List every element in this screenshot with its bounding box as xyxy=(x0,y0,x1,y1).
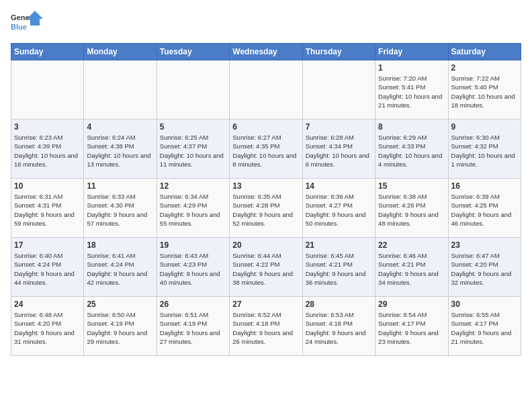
calendar-cell: 24Sunrise: 6:48 AM Sunset: 4:20 PM Dayli… xyxy=(11,297,84,356)
day-info: Sunrise: 7:20 AM Sunset: 5:41 PM Dayligh… xyxy=(378,74,445,109)
day-number: 11 xyxy=(87,181,153,191)
weekday-header-tuesday: Tuesday xyxy=(157,44,229,60)
calendar-cell: 5Sunrise: 6:25 AM Sunset: 4:37 PM Daylig… xyxy=(157,120,229,179)
day-info: Sunrise: 6:23 AM Sunset: 4:39 PM Dayligh… xyxy=(14,133,81,169)
day-number: 22 xyxy=(378,240,445,250)
day-number: 18 xyxy=(87,240,153,250)
day-info: Sunrise: 6:44 AM Sunset: 4:22 PM Dayligh… xyxy=(232,251,299,287)
day-number: 27 xyxy=(232,300,299,309)
calendar-week-2: 3Sunrise: 6:23 AM Sunset: 4:39 PM Daylig… xyxy=(11,120,521,179)
calendar-cell: 1Sunrise: 7:20 AM Sunset: 5:41 PM Daylig… xyxy=(375,60,448,120)
calendar-cell: 14Sunrise: 6:36 AM Sunset: 4:27 PM Dayli… xyxy=(302,179,375,238)
calendar-cell: 26Sunrise: 6:51 AM Sunset: 4:19 PM Dayli… xyxy=(157,297,229,356)
calendar-cell: 27Sunrise: 6:52 AM Sunset: 4:18 PM Dayli… xyxy=(230,297,302,356)
calendar-cell: 13Sunrise: 6:35 AM Sunset: 4:28 PM Dayli… xyxy=(230,179,302,238)
day-info: Sunrise: 6:40 AM Sunset: 4:24 PM Dayligh… xyxy=(14,251,81,287)
calendar-cell: 29Sunrise: 6:54 AM Sunset: 4:17 PM Dayli… xyxy=(375,297,448,356)
calendar-cell xyxy=(230,60,302,120)
calendar-cell: 16Sunrise: 6:39 AM Sunset: 4:25 PM Dayli… xyxy=(448,179,521,238)
calendar-cell: 25Sunrise: 6:50 AM Sunset: 4:19 PM Dayli… xyxy=(84,297,157,356)
calendar-cell: 18Sunrise: 6:41 AM Sunset: 4:24 PM Dayli… xyxy=(84,238,157,297)
day-info: Sunrise: 6:36 AM Sunset: 4:27 PM Dayligh… xyxy=(306,192,372,228)
day-info: Sunrise: 6:47 AM Sunset: 4:20 PM Dayligh… xyxy=(451,251,518,287)
day-info: Sunrise: 6:51 AM Sunset: 4:19 PM Dayligh… xyxy=(160,310,226,346)
weekday-header-thursday: Thursday xyxy=(302,44,375,60)
calendar-cell xyxy=(84,60,157,120)
calendar-cell xyxy=(302,60,375,120)
calendar-cell: 9Sunrise: 6:30 AM Sunset: 4:32 PM Daylig… xyxy=(448,120,521,179)
day-info: Sunrise: 6:46 AM Sunset: 4:21 PM Dayligh… xyxy=(378,251,445,287)
day-info: Sunrise: 6:43 AM Sunset: 4:23 PM Dayligh… xyxy=(160,251,226,287)
calendar-cell xyxy=(11,60,84,120)
day-info: Sunrise: 6:35 AM Sunset: 4:28 PM Dayligh… xyxy=(232,192,299,228)
day-number: 23 xyxy=(451,240,518,250)
calendar-cell xyxy=(157,60,229,120)
day-number: 1 xyxy=(378,63,445,73)
day-info: Sunrise: 6:33 AM Sunset: 4:30 PM Dayligh… xyxy=(87,192,153,228)
calendar-cell: 20Sunrise: 6:44 AM Sunset: 4:22 PM Dayli… xyxy=(230,238,302,297)
weekday-header-monday: Monday xyxy=(84,44,157,60)
day-number: 25 xyxy=(87,300,153,309)
day-number: 29 xyxy=(378,300,445,309)
day-number: 21 xyxy=(306,240,372,250)
day-info: Sunrise: 6:29 AM Sunset: 4:33 PM Dayligh… xyxy=(378,133,445,169)
calendar: SundayMondayTuesdayWednesdayThursdayFrid… xyxy=(11,43,521,356)
svg-text:Blue: Blue xyxy=(11,23,27,31)
calendar-cell: 3Sunrise: 6:23 AM Sunset: 4:39 PM Daylig… xyxy=(11,120,84,179)
day-info: Sunrise: 6:53 AM Sunset: 4:18 PM Dayligh… xyxy=(306,310,372,346)
calendar-cell: 22Sunrise: 6:46 AM Sunset: 4:21 PM Dayli… xyxy=(375,238,448,297)
calendar-cell: 10Sunrise: 6:31 AM Sunset: 4:31 PM Dayli… xyxy=(11,179,84,238)
day-info: Sunrise: 6:28 AM Sunset: 4:34 PM Dayligh… xyxy=(306,133,372,169)
calendar-cell: 6Sunrise: 6:27 AM Sunset: 4:35 PM Daylig… xyxy=(230,120,302,179)
day-number: 30 xyxy=(451,300,518,309)
calendar-cell: 7Sunrise: 6:28 AM Sunset: 4:34 PM Daylig… xyxy=(302,120,375,179)
day-info: Sunrise: 6:54 AM Sunset: 4:17 PM Dayligh… xyxy=(378,310,445,346)
day-number: 17 xyxy=(14,240,81,250)
calendar-cell: 17Sunrise: 6:40 AM Sunset: 4:24 PM Dayli… xyxy=(11,238,84,297)
day-number: 12 xyxy=(160,181,226,191)
day-number: 14 xyxy=(306,181,372,191)
day-number: 26 xyxy=(160,300,226,309)
day-number: 13 xyxy=(232,181,299,191)
calendar-cell: 15Sunrise: 6:38 AM Sunset: 4:26 PM Dayli… xyxy=(375,179,448,238)
day-info: Sunrise: 6:30 AM Sunset: 4:32 PM Dayligh… xyxy=(451,133,518,169)
day-info: Sunrise: 6:24 AM Sunset: 4:38 PM Dayligh… xyxy=(87,133,153,169)
calendar-week-4: 17Sunrise: 6:40 AM Sunset: 4:24 PM Dayli… xyxy=(11,238,521,297)
calendar-cell: 12Sunrise: 6:34 AM Sunset: 4:29 PM Dayli… xyxy=(157,179,229,238)
calendar-week-3: 10Sunrise: 6:31 AM Sunset: 4:31 PM Dayli… xyxy=(11,179,521,238)
weekday-header-friday: Friday xyxy=(375,44,448,60)
day-info: Sunrise: 7:22 AM Sunset: 5:40 PM Dayligh… xyxy=(451,74,518,109)
day-number: 4 xyxy=(87,122,153,132)
day-number: 28 xyxy=(306,300,372,309)
day-info: Sunrise: 6:34 AM Sunset: 4:29 PM Dayligh… xyxy=(160,192,226,228)
calendar-cell: 28Sunrise: 6:53 AM Sunset: 4:18 PM Dayli… xyxy=(302,297,375,356)
day-number: 5 xyxy=(160,122,226,132)
calendar-cell: 19Sunrise: 6:43 AM Sunset: 4:23 PM Dayli… xyxy=(157,238,229,297)
day-info: Sunrise: 6:55 AM Sunset: 4:17 PM Dayligh… xyxy=(451,310,518,346)
day-number: 9 xyxy=(451,122,518,132)
day-info: Sunrise: 6:45 AM Sunset: 4:21 PM Dayligh… xyxy=(306,251,372,287)
day-number: 7 xyxy=(306,122,372,132)
calendar-cell: 23Sunrise: 6:47 AM Sunset: 4:20 PM Dayli… xyxy=(448,238,521,297)
day-number: 6 xyxy=(232,122,299,132)
day-number: 2 xyxy=(451,63,518,73)
weekday-header-wednesday: Wednesday xyxy=(230,44,302,60)
day-info: Sunrise: 6:27 AM Sunset: 4:35 PM Dayligh… xyxy=(232,133,299,169)
calendar-cell: 4Sunrise: 6:24 AM Sunset: 4:38 PM Daylig… xyxy=(84,120,157,179)
day-info: Sunrise: 6:50 AM Sunset: 4:19 PM Dayligh… xyxy=(87,310,153,346)
logo-icon: General Blue xyxy=(11,11,43,38)
day-number: 19 xyxy=(160,240,226,250)
calendar-week-1: 1Sunrise: 7:20 AM Sunset: 5:41 PM Daylig… xyxy=(11,60,521,120)
day-info: Sunrise: 6:25 AM Sunset: 4:37 PM Dayligh… xyxy=(160,133,226,169)
day-info: Sunrise: 6:41 AM Sunset: 4:24 PM Dayligh… xyxy=(87,251,153,287)
day-info: Sunrise: 6:38 AM Sunset: 4:26 PM Dayligh… xyxy=(378,192,445,228)
calendar-cell: 8Sunrise: 6:29 AM Sunset: 4:33 PM Daylig… xyxy=(375,120,448,179)
day-number: 15 xyxy=(378,181,445,191)
calendar-cell: 11Sunrise: 6:33 AM Sunset: 4:30 PM Dayli… xyxy=(84,179,157,238)
day-number: 3 xyxy=(14,122,81,132)
calendar-cell: 2Sunrise: 7:22 AM Sunset: 5:40 PM Daylig… xyxy=(448,60,521,120)
day-number: 16 xyxy=(451,181,518,191)
day-number: 20 xyxy=(232,240,299,250)
day-info: Sunrise: 6:31 AM Sunset: 4:31 PM Dayligh… xyxy=(14,192,81,228)
day-number: 24 xyxy=(14,300,81,309)
